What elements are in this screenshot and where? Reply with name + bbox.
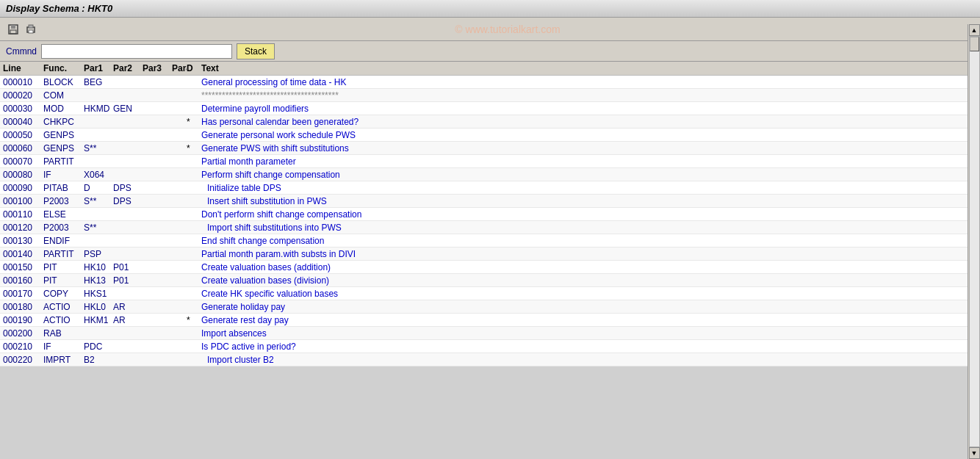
cell-line: 000050 <box>3 130 43 140</box>
cell-func: ELSE <box>43 209 84 220</box>
cell-par2: DPS <box>113 196 143 206</box>
header-par2: Par2 <box>113 63 143 73</box>
cell-line: 000020 <box>3 90 43 101</box>
cell-d: * <box>187 143 201 153</box>
cell-text: Don't perform shift change compensation <box>201 209 965 220</box>
toolbar: © www.tutorialkart.com <box>0 18 980 41</box>
svg-rect-4 <box>29 25 33 28</box>
cell-func: IMPRT <box>43 355 84 365</box>
header-line: Line <box>3 63 43 73</box>
cell-line: 000040 <box>3 117 43 127</box>
cell-line: 000100 <box>3 196 43 206</box>
cell-line: 000190 <box>3 315 43 325</box>
cell-par1: S** <box>84 196 113 206</box>
cell-text: Generate rest day pay <box>201 315 965 325</box>
table-row: 000020 COM *****************************… <box>0 89 968 102</box>
cell-func: PARTIT <box>43 156 84 167</box>
cell-text: Import cluster B2 <box>201 355 965 365</box>
data-rows: 000010 BLOCK BEG General processing of t… <box>0 76 968 366</box>
header-d: D <box>187 63 201 73</box>
cell-line: 000170 <box>3 289 43 299</box>
cell-line: 000160 <box>3 275 43 286</box>
cell-func: PITAB <box>43 183 84 193</box>
cell-par2: AR <box>113 302 143 312</box>
cell-d: * <box>187 117 201 127</box>
table-row: 000050 GENPS Generate personal work sche… <box>0 129 968 142</box>
scrollbar[interactable]: ▲ ▼ <box>968 24 980 459</box>
cell-text: Create valuation bases (division) <box>201 275 965 286</box>
command-bar: Cmmnd Stack <box>0 41 980 62</box>
print-icon[interactable] <box>24 22 38 37</box>
table-row: 000090 PITAB D DPS Initialize table DPS <box>0 181 968 195</box>
cell-par1: S** <box>84 143 113 153</box>
cell-line: 000030 <box>3 104 43 114</box>
cell-func: ACTIO <box>43 315 84 325</box>
svg-rect-1 <box>11 25 15 29</box>
cell-func: P2003 <box>43 223 84 233</box>
cell-func: COM <box>43 90 84 101</box>
cell-par1: D <box>84 183 113 193</box>
scroll-thumb[interactable] <box>970 37 979 51</box>
cell-line: 000110 <box>3 209 43 220</box>
cell-func: COPY <box>43 289 84 299</box>
table-row: 000190 ACTIO HKM1 AR * Generate rest day… <box>0 314 968 327</box>
cell-line: 000210 <box>3 341 43 352</box>
cell-par1: HKMD <box>84 104 113 114</box>
scroll-down[interactable]: ▼ <box>969 447 980 459</box>
header-row: Line Func. Par1 Par2 Par3 Par4 D Text <box>0 62 968 76</box>
cell-func: MOD <box>43 104 84 114</box>
header-par4: Par4 <box>172 63 187 73</box>
cell-par2: GEN <box>113 104 143 114</box>
scroll-track[interactable] <box>969 36 980 447</box>
table-row: 000140 PARTIT PSP Partial month param.wi… <box>0 247 968 261</box>
table-row: 000100 P2003 S** DPS Insert shift substi… <box>0 195 968 208</box>
cell-text: Determine payroll modifiers <box>201 104 965 114</box>
cell-line: 000090 <box>3 183 43 193</box>
scroll-up[interactable]: ▲ <box>969 24 980 36</box>
cell-par1: B2 <box>84 355 113 365</box>
save-icon[interactable] <box>6 22 21 37</box>
title-bar: Display Schema : HKT0 <box>0 0 980 18</box>
cell-par2: AR <box>113 315 143 325</box>
cell-text: Generate personal work schedule PWS <box>201 130 965 140</box>
cell-line: 000130 <box>3 236 43 246</box>
cell-func: BLOCK <box>43 77 84 87</box>
table-row: 000180 ACTIO HKL0 AR Generate holiday pa… <box>0 300 968 314</box>
stack-button[interactable]: Stack <box>237 43 275 59</box>
title-text: Display Schema : HKT0 <box>6 3 112 14</box>
table-row: 000170 COPY HKS1 Create HK specific valu… <box>0 287 968 300</box>
cell-par1: PSP <box>84 249 113 259</box>
command-label: Cmmnd <box>6 46 37 57</box>
table-row: 000220 IMPRT B2 Import cluster B2 <box>0 353 968 366</box>
cell-par1: BEG <box>84 77 113 87</box>
cell-func: PIT <box>43 275 84 286</box>
table-row: 000150 PIT HK10 P01 Create valuation bas… <box>0 261 968 274</box>
cell-line: 000120 <box>3 223 43 233</box>
cell-text: Create HK specific valuation bases <box>201 289 965 299</box>
cell-text: Insert shift substitution in PWS <box>201 196 965 206</box>
cell-line: 000080 <box>3 170 43 180</box>
cell-func: PARTIT <box>43 249 84 259</box>
cell-func: ENDIF <box>43 236 84 246</box>
cell-par2: P01 <box>113 275 143 286</box>
table-row: 000010 BLOCK BEG General processing of t… <box>0 76 968 89</box>
table-row: 000110 ELSE Don't perform shift change c… <box>0 208 968 221</box>
table-row: 000060 GENPS S** * Generate PWS with shi… <box>0 142 968 155</box>
cell-text: Is PDC active in period? <box>201 341 965 352</box>
cell-line: 000180 <box>3 302 43 312</box>
command-input[interactable] <box>41 44 232 59</box>
cell-line: 000150 <box>3 262 43 272</box>
cell-par1: S** <box>84 223 113 233</box>
table-row: 000210 IF PDC Is PDC active in period? <box>0 340 968 353</box>
cell-text: Generate PWS with shift substitutions <box>201 143 965 153</box>
cell-line: 000140 <box>3 249 43 259</box>
cell-text: General processing of time data - HK <box>201 77 965 87</box>
table-row: 000030 MOD HKMD GEN Determine payroll mo… <box>0 102 968 115</box>
cell-par1: HKL0 <box>84 302 113 312</box>
cell-text: Perform shift change compensation <box>201 170 965 180</box>
cell-func: ACTIO <box>43 302 84 312</box>
table-row: 000160 PIT HK13 P01 Create valuation bas… <box>0 274 968 287</box>
svg-rect-5 <box>29 30 33 33</box>
cell-par2: P01 <box>113 262 143 272</box>
cell-func: GENPS <box>43 130 84 140</box>
